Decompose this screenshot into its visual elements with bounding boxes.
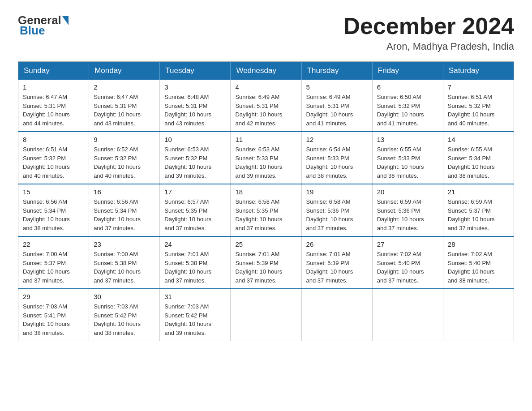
- week-row-2: 8 Sunrise: 6:51 AMSunset: 5:32 PMDayligh…: [18, 132, 514, 184]
- day-info: Sunrise: 6:59 AMSunset: 5:36 PMDaylight:…: [377, 198, 424, 231]
- day-number: 8: [23, 136, 84, 143]
- calendar-cell: 14 Sunrise: 6:55 AMSunset: 5:34 PMDaylig…: [443, 132, 514, 184]
- weekday-header-monday: Monday: [89, 62, 160, 80]
- week-row-4: 22 Sunrise: 7:00 AMSunset: 5:37 PMDaylig…: [18, 236, 514, 289]
- calendar-cell: 7 Sunrise: 6:51 AMSunset: 5:32 PMDayligh…: [443, 80, 514, 132]
- calendar-cell: 12 Sunrise: 6:54 AMSunset: 5:33 PMDaylig…: [301, 132, 372, 184]
- calendar-cell: 1 Sunrise: 6:47 AMSunset: 5:31 PMDayligh…: [18, 80, 89, 132]
- logo-arrow-icon: [62, 16, 69, 25]
- calendar-cell: 25 Sunrise: 7:01 AMSunset: 5:39 PMDaylig…: [231, 236, 301, 289]
- page-header: General Blue December 2024 Aron, Madhya …: [18, 13, 514, 52]
- calendar-cell: 6 Sunrise: 6:50 AMSunset: 5:32 PMDayligh…: [372, 80, 443, 132]
- week-row-3: 15 Sunrise: 6:56 AMSunset: 5:34 PMDaylig…: [18, 184, 514, 236]
- calendar-cell: 24 Sunrise: 7:01 AMSunset: 5:38 PMDaylig…: [160, 236, 231, 289]
- day-number: 20: [377, 188, 438, 196]
- weekday-header-tuesday: Tuesday: [160, 62, 231, 80]
- day-info: Sunrise: 7:00 AMSunset: 5:38 PMDaylight:…: [94, 251, 141, 284]
- calendar-cell: 8 Sunrise: 6:51 AMSunset: 5:32 PMDayligh…: [18, 132, 89, 184]
- calendar-cell: 3 Sunrise: 6:48 AMSunset: 5:31 PMDayligh…: [160, 80, 231, 132]
- calendar-table: SundayMondayTuesdayWednesdayThursdayFrid…: [18, 61, 514, 341]
- day-number: 9: [94, 136, 155, 143]
- day-info: Sunrise: 7:01 AMSunset: 5:38 PMDaylight:…: [164, 251, 211, 284]
- weekday-header-saturday: Saturday: [443, 62, 514, 80]
- day-number: 24: [164, 240, 226, 248]
- weekday-header-wednesday: Wednesday: [231, 62, 301, 80]
- day-number: 6: [377, 83, 438, 91]
- day-info: Sunrise: 7:01 AMSunset: 5:39 PMDaylight:…: [235, 251, 282, 284]
- day-number: 30: [94, 293, 155, 300]
- day-info: Sunrise: 6:47 AMSunset: 5:31 PMDaylight:…: [94, 94, 141, 127]
- calendar-cell: 21 Sunrise: 6:59 AMSunset: 5:37 PMDaylig…: [443, 184, 514, 236]
- day-info: Sunrise: 6:50 AMSunset: 5:32 PMDaylight:…: [377, 94, 424, 127]
- day-info: Sunrise: 6:56 AMSunset: 5:34 PMDaylight:…: [23, 198, 70, 231]
- day-number: 29: [23, 293, 84, 300]
- day-info: Sunrise: 6:57 AMSunset: 5:35 PMDaylight:…: [164, 198, 211, 231]
- logo: General Blue: [18, 13, 69, 38]
- day-number: 5: [306, 83, 368, 91]
- day-number: 31: [164, 293, 226, 300]
- day-number: 27: [377, 240, 438, 248]
- calendar-cell: 23 Sunrise: 7:00 AMSunset: 5:38 PMDaylig…: [89, 236, 160, 289]
- day-number: 19: [306, 188, 368, 196]
- calendar-cell: 29 Sunrise: 7:03 AMSunset: 5:41 PMDaylig…: [18, 289, 89, 341]
- calendar-cell: 10 Sunrise: 6:53 AMSunset: 5:32 PMDaylig…: [160, 132, 231, 184]
- calendar-cell: [443, 289, 514, 341]
- weekday-header-row: SundayMondayTuesdayWednesdayThursdayFrid…: [18, 62, 514, 80]
- day-info: Sunrise: 7:03 AMSunset: 5:41 PMDaylight:…: [23, 303, 70, 336]
- weekday-header-thursday: Thursday: [301, 62, 372, 80]
- day-info: Sunrise: 6:52 AMSunset: 5:32 PMDaylight:…: [94, 146, 141, 179]
- calendar-cell: 19 Sunrise: 6:58 AMSunset: 5:36 PMDaylig…: [301, 184, 372, 236]
- calendar-cell: 20 Sunrise: 6:59 AMSunset: 5:36 PMDaylig…: [372, 184, 443, 236]
- calendar-cell: [372, 289, 443, 341]
- day-info: Sunrise: 6:47 AMSunset: 5:31 PMDaylight:…: [23, 94, 70, 127]
- day-info: Sunrise: 6:49 AMSunset: 5:31 PMDaylight:…: [235, 94, 282, 127]
- day-number: 21: [448, 188, 509, 196]
- calendar-cell: 13 Sunrise: 6:55 AMSunset: 5:33 PMDaylig…: [372, 132, 443, 184]
- day-number: 18: [235, 188, 296, 196]
- day-number: 3: [164, 83, 226, 91]
- day-info: Sunrise: 6:56 AMSunset: 5:34 PMDaylight:…: [94, 198, 141, 231]
- day-number: 23: [94, 240, 155, 248]
- day-number: 22: [23, 240, 84, 248]
- day-info: Sunrise: 6:58 AMSunset: 5:36 PMDaylight:…: [306, 198, 353, 231]
- calendar-cell: 22 Sunrise: 7:00 AMSunset: 5:37 PMDaylig…: [18, 236, 89, 289]
- day-number: 1: [23, 83, 84, 91]
- day-number: 11: [235, 136, 296, 143]
- calendar-cell: 30 Sunrise: 7:03 AMSunset: 5:42 PMDaylig…: [89, 289, 160, 341]
- day-number: 16: [94, 188, 155, 196]
- day-info: Sunrise: 6:55 AMSunset: 5:33 PMDaylight:…: [377, 146, 424, 179]
- day-info: Sunrise: 7:02 AMSunset: 5:40 PMDaylight:…: [377, 251, 424, 284]
- week-row-5: 29 Sunrise: 7:03 AMSunset: 5:41 PMDaylig…: [18, 289, 514, 341]
- weekday-header-sunday: Sunday: [18, 62, 89, 80]
- day-number: 7: [448, 83, 509, 91]
- calendar-cell: 9 Sunrise: 6:52 AMSunset: 5:32 PMDayligh…: [89, 132, 160, 184]
- day-info: Sunrise: 6:54 AMSunset: 5:33 PMDaylight:…: [306, 146, 353, 179]
- day-info: Sunrise: 6:48 AMSunset: 5:31 PMDaylight:…: [164, 94, 211, 127]
- day-info: Sunrise: 6:55 AMSunset: 5:34 PMDaylight:…: [448, 146, 495, 179]
- day-number: 28: [448, 240, 509, 248]
- calendar-cell: 31 Sunrise: 7:03 AMSunset: 5:42 PMDaylig…: [160, 289, 231, 341]
- day-info: Sunrise: 6:58 AMSunset: 5:35 PMDaylight:…: [235, 198, 282, 231]
- day-number: 14: [448, 136, 509, 143]
- day-number: 12: [306, 136, 368, 143]
- calendar-cell: 11 Sunrise: 6:53 AMSunset: 5:33 PMDaylig…: [231, 132, 301, 184]
- day-number: 15: [23, 188, 84, 196]
- day-info: Sunrise: 6:59 AMSunset: 5:37 PMDaylight:…: [448, 198, 495, 231]
- calendar-cell: 27 Sunrise: 7:02 AMSunset: 5:40 PMDaylig…: [372, 236, 443, 289]
- day-info: Sunrise: 7:03 AMSunset: 5:42 PMDaylight:…: [164, 303, 211, 336]
- day-info: Sunrise: 6:51 AMSunset: 5:32 PMDaylight:…: [448, 94, 495, 127]
- day-number: 25: [235, 240, 296, 248]
- calendar-cell: 4 Sunrise: 6:49 AMSunset: 5:31 PMDayligh…: [231, 80, 301, 132]
- calendar-cell: 26 Sunrise: 7:01 AMSunset: 5:39 PMDaylig…: [301, 236, 372, 289]
- day-info: Sunrise: 6:51 AMSunset: 5:32 PMDaylight:…: [23, 146, 70, 179]
- calendar-cell: 16 Sunrise: 6:56 AMSunset: 5:34 PMDaylig…: [89, 184, 160, 236]
- calendar-cell: [301, 289, 372, 341]
- day-number: 17: [164, 188, 226, 196]
- day-number: 26: [306, 240, 368, 248]
- calendar-cell: 28 Sunrise: 7:02 AMSunset: 5:40 PMDaylig…: [443, 236, 514, 289]
- month-title: December 2024: [343, 13, 514, 39]
- day-number: 13: [377, 136, 438, 143]
- day-number: 10: [164, 136, 226, 143]
- calendar-cell: 2 Sunrise: 6:47 AMSunset: 5:31 PMDayligh…: [89, 80, 160, 132]
- day-info: Sunrise: 7:02 AMSunset: 5:40 PMDaylight:…: [448, 251, 495, 284]
